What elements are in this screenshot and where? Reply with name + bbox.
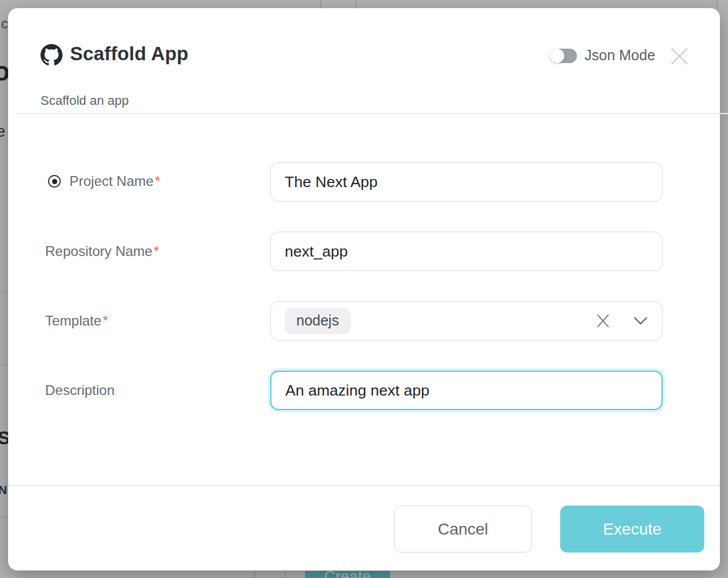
radio-selected-icon[interactable] [48, 175, 61, 188]
field-label: Project Name [69, 173, 153, 189]
background-row-divider [0, 364, 8, 365]
toggle-knob [550, 49, 564, 63]
description-input[interactable] [270, 371, 663, 410]
project-name-input[interactable] [270, 162, 663, 202]
background-text-fragment: S [0, 427, 8, 449]
json-mode-label: Json Mode [584, 47, 655, 64]
background-text-fragment: o [0, 56, 8, 87]
required-asterisk: * [155, 173, 160, 189]
execute-button[interactable]: Execute [560, 506, 704, 553]
repository-name-input[interactable] [270, 232, 663, 271]
header-divider [16, 113, 728, 114]
clear-selection-icon[interactable] [595, 313, 611, 329]
dialog-subtitle: Scaffold an app [41, 93, 129, 108]
required-asterisk: * [102, 313, 108, 329]
field-label: Template [45, 313, 101, 329]
background-column-divider [716, 0, 718, 8]
template-label-row: Template* [45, 313, 108, 329]
github-icon [41, 44, 62, 66]
template-select[interactable]: nodejs [270, 301, 663, 341]
background-row-divider [0, 292, 8, 293]
template-selected-tag: nodejs [285, 308, 351, 334]
background-column-divider [285, 570, 286, 578]
background-text-fragment: c [1, 16, 8, 32]
background-create-button[interactable]: Create [305, 571, 390, 578]
background-text-fragment: e [0, 123, 5, 141]
background-column-divider [320, 0, 321, 8]
repository-name-label-row: Repository Name* [45, 243, 159, 259]
background-left-edge: c o e S N [0, 0, 8, 578]
cancel-button[interactable]: Cancel [394, 506, 532, 553]
footer-divider [8, 485, 720, 486]
field-label: Description [45, 382, 115, 398]
background-column-divider [254, 570, 255, 578]
description-label-row: Description [45, 382, 115, 398]
background-text-fragment: N [0, 483, 7, 497]
close-icon[interactable] [669, 46, 690, 67]
scaffold-app-dialog: Scaffold App Json Mode Scaffold an app [8, 8, 720, 570]
json-mode-toggle[interactable] [550, 49, 577, 63]
chevron-down-icon[interactable] [633, 316, 648, 325]
background-column-divider [355, 0, 356, 8]
required-asterisk: * [153, 243, 159, 259]
dialog-title: Scaffold App [70, 43, 189, 65]
project-name-label-row: Project Name* [48, 173, 160, 189]
field-label: Repository Name [45, 243, 152, 259]
background-create-button-label: Create [305, 571, 390, 578]
background-row-divider [0, 517, 8, 518]
